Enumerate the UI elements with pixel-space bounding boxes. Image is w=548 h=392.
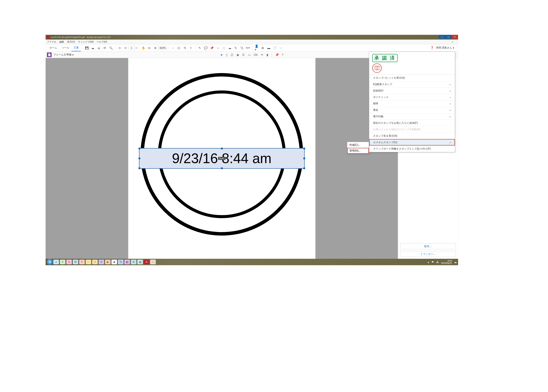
more-icon[interactable]: ⋯ [279, 46, 283, 50]
taskbar-access-icon[interactable]: A [66, 260, 72, 264]
user-account[interactable]: 斉間 清美さん ▾ [430, 46, 454, 50]
taskbar-app-green-icon[interactable]: ▦ [137, 260, 143, 264]
pin-tool-icon[interactable]: 📌 [275, 53, 279, 56]
cloud-icon[interactable]: ☁ [91, 46, 95, 50]
resize-handle[interactable] [138, 148, 140, 149]
checkbox-tool-icon[interactable]: ☑ [231, 53, 233, 56]
fit-width-icon[interactable]: ↔ [171, 46, 175, 50]
measure-icon[interactable]: ⊞ [261, 46, 265, 50]
comment-icon[interactable]: 💬 [204, 46, 208, 50]
stamp-menu-eq-review[interactable]: EQ精査スタンプ▸ [369, 81, 455, 87]
help-icon[interactable]: ? [282, 53, 284, 56]
taskbar-excel-icon[interactable]: X [60, 260, 65, 264]
rotate-icon[interactable]: ⟲ [183, 46, 187, 50]
resize-handle[interactable] [303, 148, 305, 149]
text-tool-icon[interactable]: Aᴀ▾ [246, 46, 250, 50]
resize-handle[interactable] [138, 168, 140, 169]
refresh-icon[interactable]: ↻ [234, 46, 238, 50]
date-seal-preview[interactable]: 技術部 '16.08.23 斉間 [372, 63, 382, 73]
listbox-tool-icon[interactable]: ☰ [242, 53, 245, 56]
textfield-tool-icon[interactable]: ▯ [226, 53, 228, 56]
stamp-menu-paste-clipboard[interactable]: クリップボード画像をスタンプとして貼り付け(P) [369, 146, 455, 152]
tray-clock[interactable]: 8:44 2016/09/23 [441, 260, 452, 264]
pointer-tool-icon[interactable]: ➤ [220, 53, 223, 56]
page-down-icon[interactable]: ⊙ [124, 46, 128, 50]
resize-handle[interactable] [221, 168, 223, 169]
menu-file[interactable]: ファイル [47, 40, 56, 43]
menu-edit[interactable]: 編集 [59, 40, 64, 43]
approved-stamp-preview[interactable]: 承 認 済 [372, 54, 398, 62]
tab-home[interactable]: ホーム [47, 44, 59, 51]
menu-help[interactable]: ヘルプ(H) [97, 40, 107, 43]
document-background[interactable]: 9/23/16 8:44 am Text1 [46, 58, 398, 259]
taskbar-media-icon[interactable]: ▶ [105, 260, 111, 264]
taskbar-teams-icon[interactable]: Ts [118, 260, 123, 264]
submenu-manage[interactable]: 管理(M)... [347, 148, 369, 154]
barcode-tool-icon[interactable]: ▮ [267, 53, 268, 56]
zoom-out-icon[interactable]: ⊖ [147, 46, 151, 50]
fit-page-icon[interactable]: ⊡ [177, 46, 181, 50]
square-tool-icon[interactable]: □ [222, 46, 226, 50]
tray-network-icon[interactable]: 🖧 [436, 260, 439, 264]
taskbar-explorer-icon[interactable]: 📁 [86, 260, 91, 264]
taskbar-app-k-icon[interactable]: K [99, 260, 104, 264]
stamp-menu-signature[interactable]: 署名▸ [369, 107, 455, 113]
taskbar-word-icon[interactable]: W [73, 260, 78, 264]
stamp-menu-show-names[interactable]: スタンプ名を表示(N) [369, 133, 455, 139]
tab-tools[interactable]: ツール [59, 44, 72, 51]
taskbar-app-cube-icon[interactable]: ◧ [124, 260, 130, 264]
distribute-button[interactable]: 配布... [400, 243, 456, 249]
stamp-menu-eseal[interactable]: 電子印鑑▸ [369, 113, 455, 120]
page-up-icon[interactable]: ⊙ [118, 46, 122, 50]
tab-document[interactable]: 文書 [72, 44, 81, 51]
taskbar-outlook-icon[interactable]: O [92, 260, 98, 264]
menu-view[interactable]: 表示(V) [67, 40, 75, 43]
close-button[interactable]: ✕ [452, 35, 458, 39]
cloud-annot-icon[interactable]: ☁ [228, 46, 232, 50]
circle-tool-icon[interactable]: ○ [216, 46, 220, 50]
stamp-menu-show-palette[interactable]: スタンプパレットを表示(S) [369, 75, 455, 81]
save-icon[interactable]: 💾 [85, 46, 89, 50]
tracker-button[interactable]: トラッカー... [400, 251, 456, 257]
print-icon[interactable]: 🖨 [97, 46, 101, 50]
stamp-menu-tech-seal[interactable]: 技術部印▸ [369, 87, 455, 94]
zoom-input[interactable] [158, 46, 167, 50]
redact-icon[interactable]: ▬ [267, 46, 271, 50]
start-button[interactable]: ⊞ [47, 259, 53, 265]
stamp-menu-dynamic[interactable]: ダイナミック▸ [369, 94, 455, 100]
stamp-menu-custom-stamp[interactable]: カスタムスタンプ(U)▸ [369, 139, 455, 146]
resize-handle[interactable] [221, 148, 223, 149]
pin-icon[interactable]: 📌 [210, 46, 214, 50]
taskbar-chrome-icon[interactable]: ◉ [111, 260, 117, 264]
stamp-tool-icon[interactable]: 👤▾ [255, 46, 259, 50]
date-text-field[interactable]: 9/23/16 8:44 am Text1 [139, 148, 305, 169]
taskbar-notes-icon[interactable]: ▭ [150, 260, 156, 264]
tray-action-center-icon[interactable]: ☁ [454, 260, 457, 264]
stamp-menu-add-favorite[interactable]: 現在のスタンプをお気に入りに追加(F) [369, 120, 455, 126]
tray-flag-icon[interactable]: ⚑ [431, 260, 434, 264]
taskbar-powerpoint-icon[interactable]: P [79, 260, 85, 264]
radio-tool-icon[interactable]: ◉ [237, 53, 239, 56]
taskbar-acrobat-icon[interactable]: A [144, 260, 149, 264]
attach-icon[interactable]: 📎 [240, 46, 244, 50]
mail-icon[interactable]: ✉ [103, 46, 107, 50]
edit-pdf-icon[interactable]: ✎ [198, 46, 202, 50]
submenu-create[interactable]: 作成(C)... [347, 142, 369, 148]
close-document-button[interactable]: × [452, 40, 453, 44]
tray-up-icon[interactable]: ▴ [428, 260, 429, 264]
page-number-input[interactable] [129, 46, 135, 50]
button-tool-icon[interactable]: OK [254, 53, 258, 56]
hand-tool-icon[interactable]: ✋ [141, 46, 145, 50]
taskbar-app-blue-icon[interactable]: ❄ [131, 260, 137, 264]
resize-handle[interactable] [303, 168, 305, 169]
menu-window[interactable]: ウィンドウ(W) [78, 40, 94, 43]
signature-tool-icon[interactable]: ✒ [261, 53, 264, 56]
taskbar-ie-icon[interactable]: e [53, 260, 59, 264]
resize-handle[interactable] [138, 158, 140, 159]
zoom-in-icon[interactable]: ⊕ [153, 46, 157, 50]
share-icon[interactable]: ⇪ [189, 46, 193, 50]
stamp-menu-standard[interactable]: 標準▸ [369, 100, 455, 107]
minimize-button[interactable]: — [439, 35, 445, 39]
search-icon[interactable]: 🔍 [109, 46, 113, 50]
resize-handle[interactable] [303, 158, 305, 159]
